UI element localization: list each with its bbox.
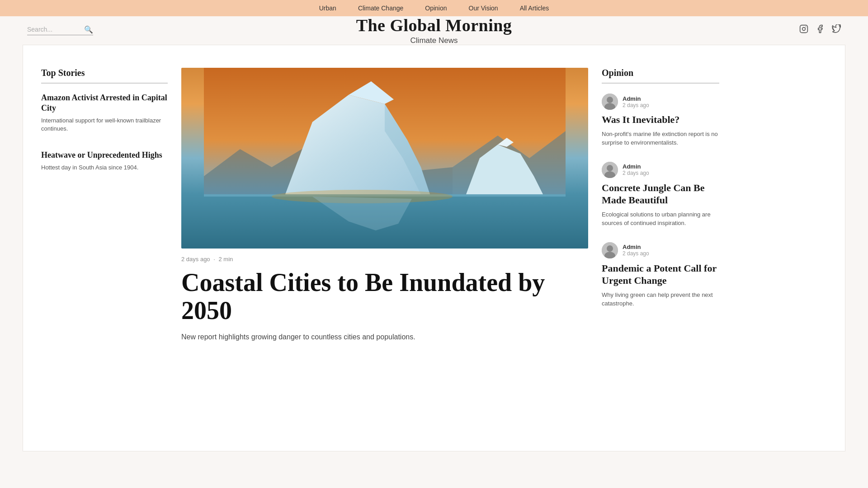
svg-point-2 bbox=[806, 27, 807, 28]
author-name-2: Admin bbox=[623, 163, 649, 170]
author-name-1: Admin bbox=[623, 95, 649, 102]
opinion-headline-1: Was It Inevitable? bbox=[602, 113, 719, 126]
search-area[interactable]: 🔍 bbox=[27, 25, 93, 35]
opinion-card-1[interactable]: Admin 2 days ago Was It Inevitable? Non-… bbox=[602, 94, 719, 147]
article-time: 2 days ago bbox=[181, 256, 210, 263]
story-headline-heatwave: Heatwave or Unprecedented Highs bbox=[41, 150, 168, 160]
avatar-1 bbox=[602, 94, 618, 110]
opinion-title: Opinion bbox=[602, 68, 719, 78]
story-card-heatwave[interactable]: Heatwave or Unprecedented Highs Hottest … bbox=[41, 145, 168, 172]
svg-point-48 bbox=[607, 245, 613, 252]
instagram-icon[interactable] bbox=[799, 24, 808, 36]
svg-point-42 bbox=[607, 97, 613, 103]
main-container: Top Stories Ama bbox=[0, 40, 868, 456]
nav-climate-change[interactable]: Climate Change bbox=[358, 5, 403, 12]
article-title: Coastal Cities to Be Inundated by 2050 bbox=[181, 269, 588, 324]
nav-our-vision[interactable]: Our Vision bbox=[469, 5, 498, 12]
opinion-author-row-1: Admin 2 days ago bbox=[602, 94, 719, 110]
nav-all-articles[interactable]: All Articles bbox=[520, 5, 549, 12]
opinion-card-2[interactable]: Admin 2 days ago Concrete Jungle Can Be … bbox=[602, 162, 719, 228]
opinion-card-3[interactable]: Admin 2 days ago Pandemic a Potent Call … bbox=[602, 242, 719, 308]
story-desc-heatwave: Hottest day in South Asia since 1904. bbox=[41, 164, 168, 172]
avatar-2 bbox=[602, 162, 618, 178]
site-subtitle: Climate News bbox=[356, 36, 512, 45]
opinion-headline-3: Pandemic a Potent Call for Urgent Change bbox=[602, 262, 719, 287]
article-dot: · bbox=[213, 256, 215, 263]
svg-rect-0 bbox=[800, 25, 808, 33]
story-card-amazon[interactable]: Amazon Activist Arrested in Capital City… bbox=[41, 93, 168, 133]
sidebar-divider bbox=[41, 83, 168, 84]
author-date-1: 2 days ago bbox=[623, 102, 649, 108]
header-center: The Global Morning Climate News bbox=[356, 15, 512, 45]
header: 🔍 The Global Morning Climate News bbox=[0, 16, 868, 40]
article-summary: New report highlights growing danger to … bbox=[181, 332, 588, 343]
article-read-time: 2 min bbox=[218, 256, 233, 263]
search-input[interactable] bbox=[27, 26, 81, 33]
author-info-1: Admin 2 days ago bbox=[623, 95, 649, 108]
opinion-author-row-2: Admin 2 days ago bbox=[602, 162, 719, 178]
top-nav: Urban Climate Change Opinion Our Vision … bbox=[0, 0, 868, 16]
opinion-author-row-3: Admin 2 days ago bbox=[602, 242, 719, 258]
nav-urban[interactable]: Urban bbox=[319, 5, 336, 12]
opinion-sidebar: Opinion Admin 2 days ago bbox=[602, 59, 719, 437]
author-info-3: Admin 2 days ago bbox=[623, 244, 649, 257]
avatar-3 bbox=[602, 242, 618, 258]
opinion-desc-1: Non-profit's marine life extinction repo… bbox=[602, 130, 719, 147]
site-title: The Global Morning bbox=[356, 15, 512, 35]
main-article: 2 days ago · 2 min Coastal Cities to Be … bbox=[181, 59, 588, 437]
nav-opinion[interactable]: Opinion bbox=[425, 5, 447, 12]
story-headline-amazon: Amazon Activist Arrested in Capital City bbox=[41, 93, 168, 114]
sidebar-title: Top Stories bbox=[41, 68, 168, 78]
facebook-icon[interactable] bbox=[816, 24, 825, 36]
twitter-icon[interactable] bbox=[832, 24, 841, 36]
article-meta: 2 days ago · 2 min bbox=[181, 256, 588, 263]
social-icons bbox=[799, 24, 841, 36]
opinion-divider bbox=[602, 83, 719, 84]
sidebar: Top Stories Ama bbox=[41, 59, 168, 437]
svg-point-1 bbox=[802, 28, 806, 31]
author-name-3: Admin bbox=[623, 244, 649, 250]
opinion-desc-2: Ecological solutions to urban planning a… bbox=[602, 210, 719, 228]
author-date-3: 2 days ago bbox=[623, 250, 649, 257]
story-desc-amazon: International support for well-known tra… bbox=[41, 117, 168, 133]
opinion-desc-3: Why living green can help prevent the ne… bbox=[602, 291, 719, 308]
author-date-2: 2 days ago bbox=[623, 170, 649, 176]
content-card: Top Stories Ama bbox=[23, 45, 845, 451]
search-icon[interactable]: 🔍 bbox=[84, 25, 93, 34]
author-info-2: Admin 2 days ago bbox=[623, 163, 649, 176]
main-article-image bbox=[181, 68, 588, 249]
opinion-headline-2: Concrete Jungle Can Be Made Beautiful bbox=[602, 182, 719, 206]
svg-point-45 bbox=[607, 165, 613, 171]
